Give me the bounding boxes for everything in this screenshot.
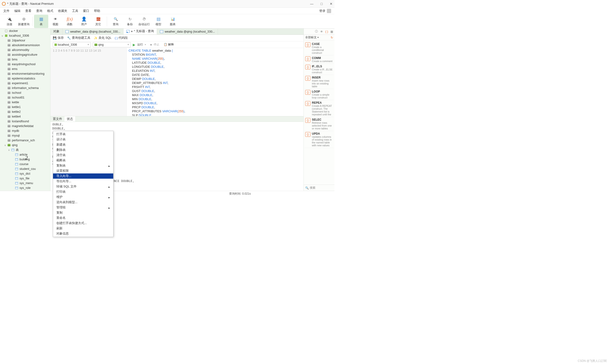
tree-qing[interactable]: ∨qing — [0, 143, 50, 147]
snippet-COMM[interactable]: ()COMMCreate a comment — [305, 55, 334, 64]
ctx-设计表[interactable]: 设计表 — [53, 137, 113, 142]
tree-bms[interactable]: bms — [0, 57, 50, 62]
snippet-SELEC[interactable]: ()SELECRetrieve rows selected from one o… — [305, 117, 334, 131]
tree-localhost_3306[interactable]: ∨localhost_3306 — [0, 33, 50, 38]
tree-sys_role_me[interactable]: sys_role_me — [0, 190, 50, 191]
toolbar-连接[interactable]: 连接 — [2, 15, 17, 28]
tree-kettle4[interactable]: kettle4 — [0, 114, 50, 119]
menu-edit[interactable]: 编辑 — [14, 9, 20, 13]
ctx-导入向导...[interactable]: 导入向导... — [53, 173, 113, 179]
menu-format[interactable]: 格式 — [47, 9, 53, 13]
tree-student_cou[interactable]: student_cou — [0, 167, 50, 171]
snippet-CASE[interactable]: ()CASECreate a conditional construct — [305, 41, 334, 55]
tree-information_schema[interactable]: information_schema — [0, 86, 50, 91]
search-placeholder[interactable]: 搜索 — [310, 186, 315, 190]
tree-performance_sch[interactable]: performance_sch — [0, 138, 50, 143]
tree-kettle2[interactable]: kettle2 — [0, 109, 50, 114]
ctx-新建表[interactable]: 新建表 — [53, 142, 113, 147]
ctx-导出向导...[interactable]: 导出向导... — [53, 179, 113, 184]
tree-2dparkour[interactable]: 2dparkour — [0, 38, 50, 43]
explain-button[interactable]: 📋 解释 — [164, 43, 174, 47]
brackets-icon[interactable]: ( ) — [325, 30, 328, 33]
tree-course[interactable]: course — [0, 162, 50, 167]
tree-sys_dict[interactable]: sys_dict — [0, 171, 50, 176]
login-link[interactable]: 登录 — [319, 9, 325, 13]
tree-kettle1[interactable]: kettle1 — [0, 105, 50, 109]
avatar-icon[interactable] — [327, 9, 331, 13]
toolbar-表[interactable]: 表 — [34, 15, 48, 28]
toolbar-查询[interactable]: 查询 — [108, 15, 123, 28]
tree-ems[interactable]: ems — [0, 67, 50, 71]
tree-docker[interactable]: docker — [0, 28, 50, 33]
toolbar-其它[interactable]: 其它 — [91, 15, 105, 28]
tree-environmentalmonitoring[interactable]: environmentalmonitoring — [0, 71, 50, 76]
tree-assistingagriculture[interactable]: assistingagriculture — [0, 52, 50, 57]
info-icon[interactable]: ⓘ — [315, 29, 318, 34]
code-snippet-button[interactable]: ( ) 代码段 — [115, 36, 128, 40]
save-button[interactable]: 💾 保存 — [53, 36, 64, 40]
toolbar-备份[interactable]: 备份 — [123, 15, 137, 28]
ctx-清空表[interactable]: 清空表 — [53, 153, 113, 158]
tree-easydrivingschool[interactable]: easydrivingschool — [0, 62, 50, 67]
snippet-UPDA[interactable]: ()UPDAUpdates columns of existing rows i… — [305, 131, 334, 148]
ctx-维护[interactable]: 维护 — [53, 194, 113, 196]
grid-icon[interactable]: ▦ — [330, 30, 333, 33]
ctx-删除表[interactable]: 删除表 — [53, 147, 113, 153]
tab-weather_data @qing (localhost_330...[interactable]: weather_data @qing (localhost_330... — [63, 28, 123, 35]
toolbar-新建查询[interactable]: 新建查询 — [17, 15, 31, 28]
toolbar-函数[interactable]: f(x)函数 — [63, 15, 77, 28]
minimize-button[interactable]: — — [310, 2, 313, 6]
sidebar[interactable]: 2 1 docker∨localhost_33062dparkourabsolu… — [0, 28, 51, 191]
tree-mydb[interactable]: mydb — [0, 129, 50, 133]
maximize-button[interactable]: □ — [321, 2, 323, 6]
menu-help[interactable]: 帮助 — [94, 9, 100, 13]
snippet-INSER[interactable]: ()INSERInsert new rows into an existing … — [305, 75, 334, 89]
ctx-复制表[interactable]: 复制表 — [53, 163, 113, 168]
tree-mysql[interactable]: mysql — [0, 133, 50, 138]
beautify-sql-button[interactable]: ✨ 美化 SQL — [94, 36, 112, 40]
sql-editor[interactable]: 1 2 3 4 5 6 7 8 9 10 11 12 13 14 15 CREA… — [51, 48, 304, 116]
run-button[interactable]: ▶ — [133, 43, 135, 47]
ctx-打印表[interactable]: 打印表 — [53, 189, 113, 194]
tree-magneticfielddat[interactable]: magneticfielddat — [0, 124, 50, 129]
tab-* 无标题 - 查询[interactable]: * 无标题 - 查询 — [123, 28, 157, 35]
eye-icon[interactable]: 👁 — [320, 30, 323, 33]
tree-sys_menu[interactable]: sys_menu — [0, 181, 50, 186]
tree-ischool01[interactable]: ischool01 — [0, 95, 50, 100]
tree-epidemicstatistics[interactable]: epidemicstatistics — [0, 76, 50, 81]
menu-tools[interactable]: 工具 — [72, 9, 78, 13]
toolbar-视图[interactable]: 视图 — [48, 15, 63, 28]
toolbar-模型[interactable]: 模型 — [151, 15, 166, 28]
tree-lostandfound[interactable]: lostandfound — [0, 119, 50, 124]
ctx-截断表[interactable]: 截断表 — [53, 158, 113, 163]
tree-sys_role[interactable]: sys_role — [0, 186, 50, 190]
tree-表[interactable]: ∨表 — [0, 147, 50, 152]
snippet-REPEA[interactable]: ()REPEACreate A REPEAT construct. The St… — [305, 100, 334, 117]
toolbar-用户[interactable]: 用户 — [77, 15, 91, 28]
tree-ischool[interactable]: ischool — [0, 91, 50, 95]
menu-window[interactable]: 窗口 — [83, 9, 89, 13]
snippet-IF...ELS[interactable]: ()IF...ELSCreate a IF...ELSE construct — [305, 64, 334, 75]
menu-query[interactable]: 查询 — [36, 9, 42, 13]
query-builder-button[interactable]: 🔧 查询创建工具 — [67, 36, 91, 40]
toolbar-图表[interactable]: 图表 — [166, 15, 180, 28]
close-button[interactable]: ✕ — [330, 2, 333, 6]
snippet-LOOP[interactable]: ()LOOPCreate a simple loop construct — [305, 89, 334, 100]
filter-label[interactable]: 全部标文 — [305, 36, 317, 39]
refresh-icon[interactable]: ↻ — [331, 36, 333, 39]
ctx-打开表[interactable]: 打开表 — [53, 131, 113, 137]
tab-weather_data @qing (localhost_330...[interactable]: weather_data @qing (localhost_330... — [157, 28, 218, 35]
database-combo[interactable]: qing▼ — [93, 42, 131, 47]
tree-kettle[interactable]: kettle — [0, 100, 50, 105]
tree-experiment1[interactable]: experiment1 — [0, 81, 50, 86]
stop-button[interactable]: ■ — [150, 43, 152, 46]
tree-sys_file[interactable]: sys_file — [0, 176, 50, 181]
ctx-设置权限[interactable]: 设置权限 — [53, 168, 113, 173]
result-tab-status[interactable]: 状态 — [65, 116, 76, 122]
ctx-转储 SQL 文件[interactable]: 转储 SQL 文件 — [53, 184, 113, 189]
connection-combo[interactable]: localhost_3306▼ — [53, 42, 91, 47]
toolbar-自动运行[interactable]: 自动运行 — [137, 15, 151, 28]
menu-view[interactable]: 查看 — [25, 9, 31, 13]
result-tab-profile[interactable]: 置文件 — [51, 116, 65, 122]
menu-favorites[interactable]: 收藏夹 — [58, 9, 67, 13]
